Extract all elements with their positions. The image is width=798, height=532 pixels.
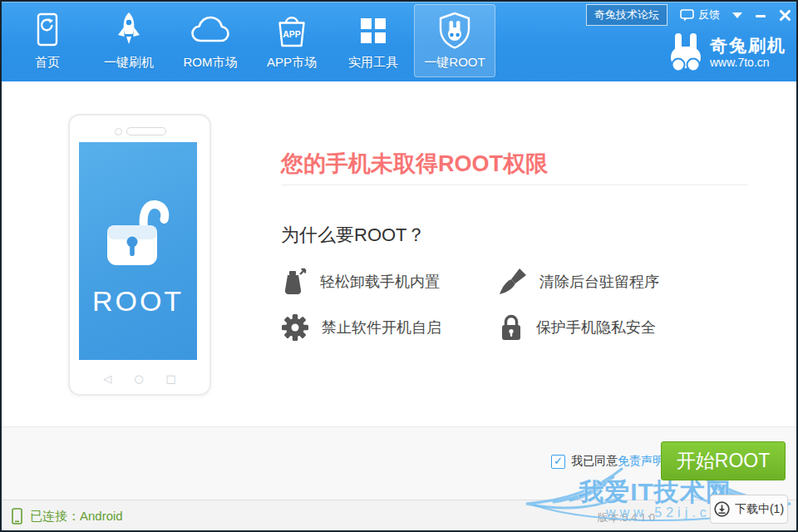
android-recent-icon: □ bbox=[166, 372, 176, 385]
home-icon bbox=[29, 11, 66, 51]
rabbit-logo-icon bbox=[668, 32, 703, 73]
start-root-button[interactable]: 开始ROOT bbox=[661, 441, 786, 480]
brush-icon bbox=[499, 268, 527, 296]
phone-screen: ROOT bbox=[79, 142, 197, 360]
download-manager-button[interactable]: 下载中(1) bbox=[710, 495, 788, 524]
tab-home[interactable]: 首页 bbox=[7, 0, 88, 81]
feature-label: 保护手机隐私安全 bbox=[536, 318, 656, 337]
tab-app-market-label: APP市场 bbox=[267, 55, 317, 71]
agree-label: 我已同意 bbox=[571, 454, 618, 469]
tab-root-label: 一键ROOT bbox=[424, 55, 485, 71]
app-window: 首页 一键刷机 bbox=[0, 0, 798, 532]
feature-label: 轻松卸载手机内置 bbox=[320, 272, 440, 292]
brand-url: www.7to.cn bbox=[710, 56, 786, 69]
feature-privacy: 保护手机隐私安全 bbox=[499, 313, 656, 342]
android-back-icon: ◁ bbox=[103, 372, 111, 385]
divider bbox=[281, 185, 748, 185]
feature-label: 禁止软件开机自启 bbox=[322, 318, 441, 337]
tab-flash-label: 一键刷机 bbox=[104, 55, 154, 71]
android-home-icon: ○ bbox=[134, 372, 143, 385]
lock-icon bbox=[499, 313, 524, 342]
titlebar: 奇兔技术论坛 反馈 bbox=[586, 4, 791, 26]
tab-tools[interactable]: 实用工具 bbox=[332, 0, 414, 81]
grid-icon bbox=[356, 11, 391, 51]
connection-status: 已连接：Android bbox=[12, 508, 123, 525]
phone-nav-buttons: ◁ ○ □ bbox=[70, 372, 209, 385]
agree-checkbox[interactable]: ✓ bbox=[551, 455, 565, 469]
phone-illustration: ROOT ◁ ○ □ bbox=[68, 114, 211, 396]
unlocked-padlock-icon bbox=[101, 184, 175, 275]
version-label: 版本:5.4.1.0 bbox=[598, 510, 655, 525]
download-label: 下载中(1) bbox=[735, 502, 784, 517]
shield-rabbit-icon bbox=[435, 11, 475, 51]
chevron-down-icon[interactable] bbox=[732, 12, 742, 18]
brand-logo: 奇兔刷机 www.7to.cn bbox=[668, 32, 786, 73]
feature-label: 清除后台驻留程序 bbox=[539, 272, 659, 292]
rocket-icon bbox=[111, 11, 147, 51]
feature-uninstall: 轻松卸载手机内置 bbox=[281, 268, 440, 296]
gear-icon bbox=[281, 313, 309, 342]
phone-root-label: ROOT bbox=[79, 285, 197, 318]
app-bag-icon: APP bbox=[272, 11, 312, 51]
uninstall-icon bbox=[281, 268, 308, 296]
feature-autostart: 禁止软件开机自启 bbox=[281, 313, 441, 342]
tab-tools-label: 实用工具 bbox=[348, 55, 398, 71]
phone-speaker-slot bbox=[126, 127, 166, 135]
agreement-row: ✓ 我已同意 免责声明 bbox=[551, 454, 664, 469]
brand-name: 奇兔刷机 bbox=[710, 36, 786, 56]
feature-clean: 清除后台驻留程序 bbox=[499, 268, 659, 296]
feedback-label: 反馈 bbox=[698, 7, 720, 22]
tab-root[interactable]: 一键ROOT bbox=[414, 4, 495, 77]
tab-app-market[interactable]: APP APP市场 bbox=[251, 0, 332, 81]
speech-bubble-icon bbox=[680, 9, 694, 22]
phone-camera-dot bbox=[115, 128, 122, 135]
status-bar: 已连接：Android 版本:5.4.1.0 下载中(1) bbox=[0, 500, 798, 532]
tab-flash[interactable]: 一键刷机 bbox=[88, 0, 170, 81]
page-title: 您的手机未取得ROOT权限 bbox=[281, 149, 548, 179]
feedback-button[interactable]: 反馈 bbox=[680, 7, 720, 22]
main-nav: 首页 一键刷机 bbox=[7, 0, 495, 81]
connected-phone-icon bbox=[12, 508, 22, 525]
tab-rom-market-label: ROM市场 bbox=[184, 55, 238, 71]
disclaimer-link[interactable]: 免责声明 bbox=[618, 454, 664, 469]
app-bag-badge: APP bbox=[283, 29, 301, 39]
header: 首页 一键刷机 bbox=[0, 0, 798, 81]
tab-home-label: 首页 bbox=[35, 55, 60, 71]
tab-rom-market[interactable]: ROM市场 bbox=[170, 0, 251, 81]
why-root-heading: 为什么要ROOT？ bbox=[281, 223, 426, 248]
cloud-icon bbox=[190, 11, 231, 51]
close-button[interactable] bbox=[779, 9, 791, 22]
connection-text: 已连接：Android bbox=[30, 509, 123, 525]
forum-button[interactable]: 奇兔技术论坛 bbox=[586, 4, 667, 26]
minimize-button[interactable] bbox=[755, 8, 766, 22]
download-icon bbox=[714, 501, 730, 517]
